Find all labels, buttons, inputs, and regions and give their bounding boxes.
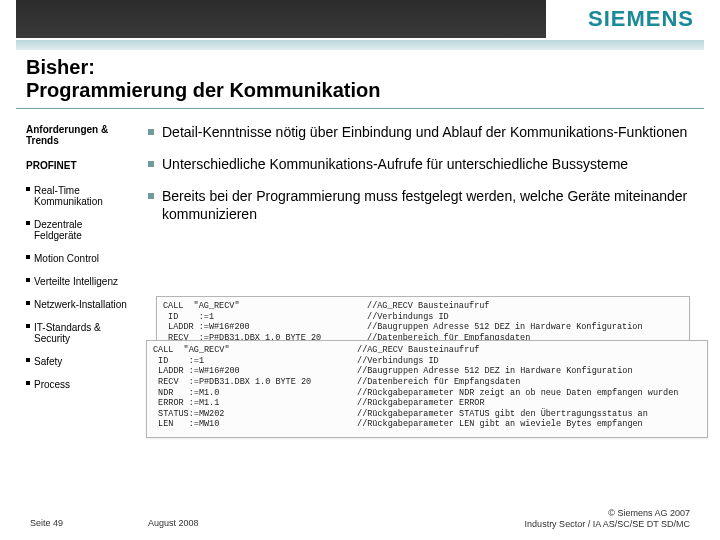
bullet-detail-kenntnisse: Detail-Kenntnisse nötig über Einbindung … — [148, 124, 696, 142]
sidebar-item-label: Netzwerk-Installation — [34, 299, 127, 310]
bullet-bereits-programmierung: Bereits bei der Programmierung muss fest… — [148, 188, 696, 224]
sidebar-item-label: Verteilte Intelligenz — [34, 276, 118, 287]
bullet-text: Unterschiedliche Kommunikations-Aufrufe … — [162, 156, 628, 172]
bullet-text: Detail-Kenntnisse nötig über Einbindung … — [162, 124, 687, 140]
sidebar-heading-profinet: PROFINET — [26, 160, 130, 171]
title-line-1: Bisher: — [26, 56, 95, 78]
sidebar-item-itstandards: IT-Standards & Security — [26, 322, 130, 344]
footer-date: August 2008 — [148, 518, 199, 528]
sidebar-heading-anforderungen: Anforderungen & Trends — [26, 124, 130, 146]
footer-org: Industry Sector / IA AS/SC/SE DT SD/MC — [525, 519, 690, 529]
code-snippet-bottom: CALL "AG_RECV" //AG_RECV Bausteinaufruf … — [146, 340, 708, 438]
sidebar-item-label: Real-Time Kommunikation — [34, 185, 103, 207]
sidebar-item-motion: Motion Control — [26, 253, 130, 264]
footer-page: Seite 49 — [30, 518, 63, 528]
siemens-logo: SIEMENS — [588, 6, 694, 31]
footer-copyright: © Siemens AG 2007 — [608, 508, 690, 518]
sidebar-item-verteilte: Verteilte Intelligenz — [26, 276, 130, 287]
logo-area: SIEMENS — [588, 6, 694, 32]
sidebar-item-label: Safety — [34, 356, 62, 367]
sidebar: Anforderungen & Trends PROFINET Real-Tim… — [26, 124, 130, 402]
title-divider — [16, 108, 704, 109]
sidebar-item-realtime: Real-Time Kommunikation — [26, 185, 130, 207]
sidebar-item-netzwerk: Netzwerk-Installation — [26, 299, 130, 310]
bullet-unterschiedliche-aufrufe: Unterschiedliche Kommunikations-Aufrufe … — [148, 156, 696, 174]
header-band: SIEMENS — [0, 0, 720, 42]
accent-bar — [16, 40, 704, 50]
sidebar-item-label: Motion Control — [34, 253, 99, 264]
sidebar-item-process: Process — [26, 379, 130, 390]
main-content: Detail-Kenntnisse nötig über Einbindung … — [148, 124, 696, 238]
sidebar-item-label: Dezentrale Feldgeräte — [34, 219, 82, 241]
slide-title: Bisher: Programmierung der Kommunikation — [26, 56, 686, 102]
header-dark-strip — [16, 0, 546, 38]
sidebar-item-dezentrale: Dezentrale Feldgeräte — [26, 219, 130, 241]
footer-right: © Siemens AG 2007 Industry Sector / IA A… — [525, 508, 690, 530]
sidebar-item-label: IT-Standards & Security — [34, 322, 101, 344]
sidebar-item-safety: Safety — [26, 356, 130, 367]
title-line-2: Programmierung der Kommunikation — [26, 79, 381, 101]
sidebar-item-label: Process — [34, 379, 70, 390]
bullet-text: Bereits bei der Programmierung muss fest… — [162, 188, 687, 222]
